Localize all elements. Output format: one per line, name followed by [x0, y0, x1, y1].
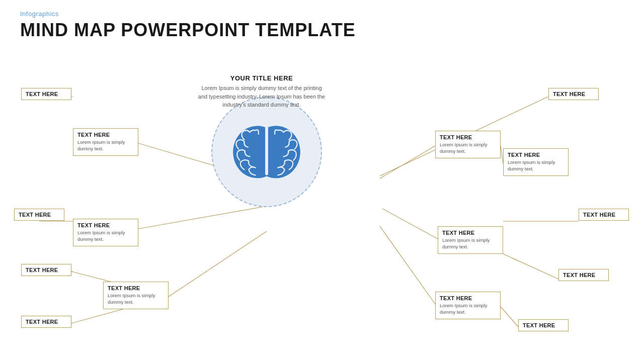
svg-line-3: [138, 206, 267, 229]
node-top-right-large2[interactable]: TEXT HERE Lorem Ipsum is simply dummy te…: [503, 148, 569, 176]
node-top-right-large[interactable]: TEXT HERE Lorem Ipsum is simply dummy te…: [435, 131, 501, 158]
svg-line-14: [503, 254, 558, 279]
svg-line-16: [501, 307, 518, 327]
node-top-left-large[interactable]: TEXT HERE Lorem Ipsum is simply dummy te…: [73, 128, 138, 156]
header: Infographics MIND MAP POWERPOINT TEMPLAT…: [20, 10, 356, 41]
node-top-left-small[interactable]: TEXT HERE: [21, 88, 71, 100]
main-title: MIND MAP POWERPOINT TEMPLATE: [20, 20, 356, 41]
svg-line-5: [169, 231, 267, 297]
node-bot-right-small2[interactable]: TEXT HERE: [518, 319, 569, 331]
infographics-label: Infographics: [20, 10, 356, 18]
node-bot-left-large[interactable]: TEXT HERE Lorem Ipsum is simply dummy te…: [103, 282, 169, 309]
svg-line-15: [380, 226, 435, 304]
center-text-box: YOUR TITLE HERE Lorem Ipsum is simply du…: [196, 74, 327, 109]
connector-lines: [0, 0, 644, 362]
node-mid-left-large[interactable]: TEXT HERE Lorem Ipsum is simply dummy te…: [73, 219, 138, 246]
node-bot-left-small2[interactable]: TEXT HERE: [21, 316, 71, 328]
svg-line-13: [382, 209, 438, 239]
center-brain-circle: [211, 97, 322, 207]
node-mid-right-large[interactable]: TEXT HERE Lorem Ipsum is simply dummy te…: [438, 226, 503, 254]
node-bot-right-large[interactable]: TEXT HERE Lorem Ipsum is simply dummy te…: [435, 292, 501, 319]
node-bot-left-small1[interactable]: TEXT HERE: [21, 264, 71, 276]
svg-rect-19: [265, 127, 268, 175]
node-mid-right-small[interactable]: TEXT HERE: [579, 209, 629, 221]
brain-icon: [229, 119, 304, 185]
node-bot-right-small[interactable]: TEXT HERE: [558, 269, 609, 281]
center-description: Lorem Ipsum is simply dummy text of the …: [196, 84, 327, 109]
node-mid-left-small[interactable]: TEXT HERE: [14, 209, 64, 221]
center-title: YOUR TITLE HERE: [196, 74, 327, 82]
node-top-right-small[interactable]: TEXT HERE: [548, 88, 599, 100]
svg-line-9: [380, 146, 435, 178]
